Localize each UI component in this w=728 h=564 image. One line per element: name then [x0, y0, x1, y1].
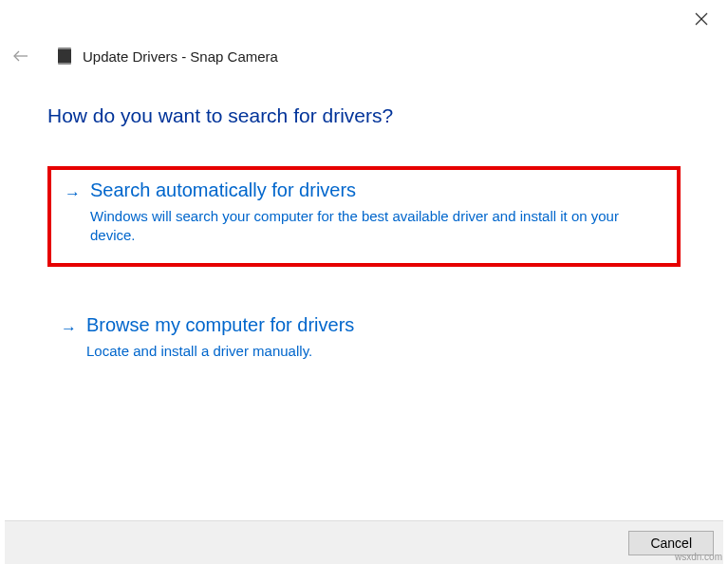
option-content: Browse my computer for drivers Locate an…: [86, 314, 667, 361]
page-heading: How do you want to search for drivers?: [47, 104, 393, 127]
close-icon: [695, 12, 708, 26]
option-title: Browse my computer for drivers: [86, 314, 667, 336]
option-title: Search automatically for drivers: [90, 179, 663, 201]
options-list: → Search automatically for drivers Windo…: [47, 166, 681, 416]
option-description: Windows will search your computer for th…: [90, 207, 663, 246]
arrow-right-icon: →: [65, 184, 81, 203]
device-icon: [58, 47, 71, 65]
option-description: Locate and install a driver manually.: [86, 342, 667, 361]
close-button[interactable]: [692, 9, 711, 28]
option-content: Search automatically for drivers Windows…: [90, 179, 663, 246]
option-search-auto[interactable]: → Search automatically for drivers Windo…: [47, 166, 681, 267]
header: Update Drivers - Snap Camera: [12, 47, 278, 65]
footer: Cancel: [5, 520, 723, 564]
option-browse[interactable]: → Browse my computer for drivers Locate …: [47, 305, 681, 378]
watermark: wsxdn.com: [675, 552, 722, 562]
window-title: Update Drivers - Snap Camera: [83, 48, 278, 65]
back-arrow-icon: [12, 49, 29, 63]
arrow-right-icon: →: [61, 319, 77, 338]
back-button[interactable]: [12, 49, 29, 63]
